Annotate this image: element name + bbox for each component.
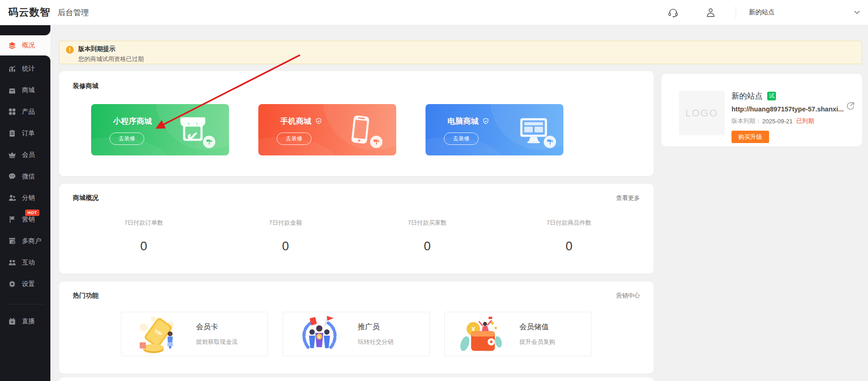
stat-value: 0 xyxy=(498,239,640,254)
warning-icon: ! xyxy=(66,46,74,54)
current-site-name: 新的站点 xyxy=(749,8,775,17)
sidebar-main-block: 统计 商城 产品 订单 会员 xyxy=(0,55,50,381)
grid-icon xyxy=(8,108,16,116)
sidebar-item-label: 多商户 xyxy=(22,237,41,245)
view-more-link[interactable]: 查看更多 xyxy=(616,194,640,202)
sidebar-item-distribution[interactable]: 分销 xyxy=(0,187,50,209)
sidebar-item-interact[interactable]: 互动 xyxy=(0,252,50,273)
decorate-button[interactable]: 去装修 xyxy=(109,133,144,145)
sidebar-item-label: 微信 xyxy=(22,172,35,181)
stat-paid-buyers: 7日付款买家数 0 xyxy=(356,219,498,254)
stat-paid-amount: 7日付款金额 0 xyxy=(215,219,357,254)
member-card-feature[interactable]: VIP 会员卡 提前获取现金流 xyxy=(121,312,268,356)
hot-functions-panel: 热门功能 营销中心 VIP xyxy=(59,282,654,374)
shield-check-icon xyxy=(482,118,489,125)
site-info-panel: LOGO 新的站点 试 http://huang897157type-57.sh… xyxy=(661,74,862,146)
open-external-link-icon[interactable] xyxy=(846,101,855,112)
sidebar-item-label: 直播 xyxy=(22,317,35,326)
mall-overview-panel: 商城概况 查看更多 7日付款订单数 0 7日付款金额 0 7日付款买家数 0 xyxy=(59,184,654,274)
sidebar-item-label: 会员 xyxy=(22,151,35,159)
svg-text:¥: ¥ xyxy=(318,334,321,339)
expire-label: 版本到期： xyxy=(732,117,761,125)
sidebar-item-label: 分销 xyxy=(22,194,35,202)
card-title: 小程序商城 xyxy=(113,116,229,127)
wechat-icon xyxy=(8,172,16,180)
sidebar-nav: 概况 统计 商城 产品 订单 xyxy=(0,25,50,381)
stat-label: 7日付款金额 xyxy=(215,219,357,227)
paint-roller-icon xyxy=(203,136,215,148)
promoter-feature[interactable]: ¥ 推广员 玩转社交分销 xyxy=(283,312,430,356)
sidebar-item-marketing[interactable]: 营销 HOT xyxy=(0,209,50,230)
wallet-illustration: ¥ xyxy=(459,314,503,354)
mobile-mall-card[interactable]: 手机商城 去装修 xyxy=(258,104,396,155)
live-tv-icon xyxy=(8,317,16,325)
sidebar-item-members[interactable]: 会员 xyxy=(0,144,50,166)
bar-chart-icon xyxy=(8,65,16,72)
decorate-button[interactable]: 去装修 xyxy=(444,133,479,145)
pc-mall-card[interactable]: 电脑商城 去装修 xyxy=(426,104,563,155)
flag-icon xyxy=(8,215,16,223)
sidebar-item-label: 商城 xyxy=(22,86,35,94)
clipboard-icon xyxy=(8,129,16,137)
sidebar-item-label: 互动 xyxy=(22,259,35,267)
hot-badge: HOT xyxy=(25,210,39,216)
sidebar-item-label: 产品 xyxy=(22,108,35,116)
top-header: 码云数智 后台管理 新的站点 xyxy=(0,0,868,25)
card-title: 手机商城 xyxy=(280,116,396,127)
sidebar-item-mall[interactable]: 商城 xyxy=(0,79,50,101)
stat-value: 0 xyxy=(215,239,357,254)
stat-paid-orders: 7日付款订单数 0 xyxy=(73,219,215,254)
stat-label: 7日付款订单数 xyxy=(73,219,215,227)
feature-title: 会员卡 xyxy=(196,322,238,332)
overview-title: 商城概况 xyxy=(73,194,98,202)
layers-icon xyxy=(8,42,16,50)
app-logo: 码云数智 xyxy=(8,6,50,19)
paint-roller-icon xyxy=(370,136,382,148)
feature-title: 推广员 xyxy=(358,322,393,332)
feature-desc: 玩转社交分销 xyxy=(358,338,393,346)
promoter-illustration: ¥ xyxy=(298,314,341,354)
shield-check-icon xyxy=(315,118,322,125)
version-expire-banner: ! 版本到期提示 您的商城试用资格已过期 xyxy=(59,41,862,64)
user-account-icon[interactable] xyxy=(704,6,716,18)
decorate-section-title: 装修商城 xyxy=(73,82,98,90)
feature-desc: 提前获取现金流 xyxy=(196,338,238,346)
support-headset-icon[interactable] xyxy=(667,6,679,18)
stat-label: 7日付款商品件数 xyxy=(498,219,640,227)
sidebar-item-label: 设置 xyxy=(22,280,35,288)
shop-bag-icon xyxy=(8,86,16,94)
sidebar-item-multi-merchant[interactable]: 多商户 xyxy=(0,230,50,252)
sidebar-item-label: 营销 xyxy=(22,215,35,224)
miniprogram-mall-card[interactable]: 小程序商城 去装修 xyxy=(91,104,229,155)
sidebar-item-stats[interactable]: 统计 xyxy=(0,58,50,79)
card-title: 电脑商城 xyxy=(448,116,563,127)
marketing-center-link[interactable]: 营销中心 xyxy=(616,292,640,300)
partial-next-panel xyxy=(59,377,654,381)
sidebar-item-orders[interactable]: 订单 xyxy=(0,122,50,144)
expired-status: 已到期 xyxy=(797,117,814,125)
expire-date: 2025-09-21 xyxy=(762,118,793,125)
stat-label: 7日付款买家数 xyxy=(356,219,498,227)
stat-value: 0 xyxy=(73,239,215,254)
hot-title: 热门功能 xyxy=(73,292,98,300)
people-share-icon xyxy=(8,194,16,202)
chevron-down-icon xyxy=(853,9,861,16)
page-title: 后台管理 xyxy=(58,7,89,18)
main-content: ! 版本到期提示 您的商城试用资格已过期 装修商城 小程序商城 xyxy=(50,25,868,381)
site-switcher[interactable]: 新的站点 xyxy=(736,8,868,17)
sidebar-item-settings[interactable]: 设置 xyxy=(0,273,50,295)
sidebar-item-live[interactable]: 直播 xyxy=(0,310,50,332)
decorate-button[interactable]: 去装修 xyxy=(277,133,311,145)
banner-title: 版本到期提示 xyxy=(78,45,144,53)
vip-card-illustration: VIP xyxy=(136,314,180,354)
sidebar-item-overview[interactable]: 概况 xyxy=(0,35,50,55)
sidebar-item-products[interactable]: 产品 xyxy=(0,101,50,122)
purchase-upgrade-button[interactable]: 购买升级 xyxy=(732,131,769,143)
sidebar-item-wechat[interactable]: 微信 xyxy=(0,166,50,187)
site-url-link[interactable]: http://huang897157type-57.shanxi... xyxy=(732,105,854,113)
decorate-mall-panel: 装修商城 小程序商城 去装修 xyxy=(59,71,654,176)
trial-badge: 试 xyxy=(767,92,776,100)
stored-value-feature[interactable]: ¥ 会员储值 提升会员复购 xyxy=(444,312,591,356)
sidebar-item-label: 概况 xyxy=(22,41,35,50)
feature-desc: 提升会员复购 xyxy=(519,338,555,346)
